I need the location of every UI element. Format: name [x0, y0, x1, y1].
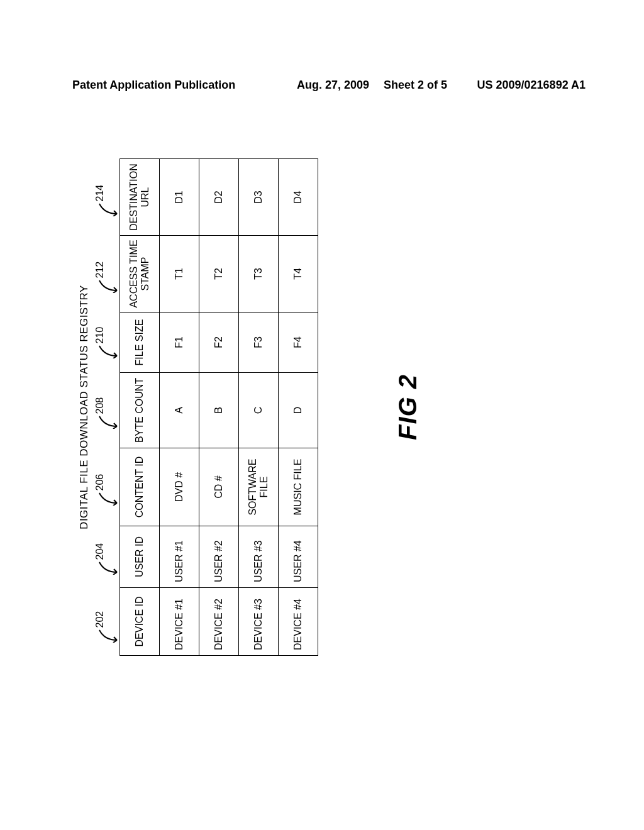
callout-label: 214	[94, 185, 106, 202]
leadline-icon	[94, 629, 118, 643]
callout-202: 202	[94, 629, 118, 643]
col-access-time-stamp: ACCESS TIME STAMP	[120, 236, 160, 313]
cell-content: DVD #	[160, 448, 199, 526]
cell-byte: D	[279, 373, 318, 448]
col-file-size: FILE SIZE	[120, 313, 160, 373]
col-byte-count: BYTE COUNT	[120, 373, 160, 448]
callout-206: 206	[94, 492, 118, 506]
callout-210: 210	[94, 345, 118, 359]
leadline-icon	[94, 416, 118, 429]
leadline-icon	[94, 562, 118, 575]
page: Patent Application Publication Aug. 27, …	[0, 0, 644, 830]
leadline-icon	[94, 280, 118, 294]
callout-label: 202	[94, 611, 106, 628]
cell-size: F2	[199, 313, 239, 373]
cell-device: DEVICE #4	[279, 588, 318, 656]
cell-dest: D3	[239, 159, 279, 236]
registry-table: DEVICE ID USER ID CONTENT ID BYTE COUNT …	[119, 158, 318, 656]
table-row: DEVICE #1 USER #1 DVD # A F1 T1 D1	[160, 159, 199, 656]
col-destination-url: DESTINATION URL	[120, 159, 160, 236]
callout-208: 208	[94, 416, 118, 429]
figure: DIGITAL FILE DOWNLOAD STATUS REGISTRY 20…	[78, 157, 422, 657]
cell-byte: C	[239, 373, 279, 448]
cell-device: DEVICE #2	[199, 588, 239, 656]
leadline-icon	[94, 345, 118, 359]
cell-size: F3	[239, 313, 279, 373]
callout-label: 210	[94, 327, 106, 344]
leadline-icon	[94, 203, 118, 217]
header-date: Aug. 27, 2009	[297, 79, 369, 92]
header-sheet: Sheet 2 of 5	[384, 79, 447, 92]
cell-user: USER #2	[199, 526, 239, 588]
callout-212: 212	[94, 280, 118, 294]
cell-user: USER #1	[160, 526, 199, 588]
callout-label: 204	[94, 543, 106, 560]
cell-content: MUSIC FILE	[279, 448, 318, 526]
header-publication: Patent Application Publication	[72, 79, 235, 92]
cell-size: F1	[160, 313, 199, 373]
cell-user: USER #4	[279, 526, 318, 588]
callout-214: 214	[94, 203, 118, 217]
callout-label: 208	[94, 397, 106, 414]
cell-time: T4	[279, 236, 318, 313]
cell-dest: D4	[279, 159, 318, 236]
cell-time: T3	[239, 236, 279, 313]
figure-container: DIGITAL FILE DOWNLOAD STATUS REGISTRY 20…	[78, 157, 565, 657]
cell-byte: A	[160, 373, 199, 448]
cell-content: SOFTWARE FILE	[239, 448, 279, 526]
callout-label: 206	[94, 474, 106, 491]
cell-size: F4	[279, 313, 318, 373]
table-row: DEVICE #4 USER #4 MUSIC FILE D F4 T4 D4	[279, 159, 318, 656]
callout-204: 204	[94, 562, 118, 575]
table-row: DEVICE #3 USER #3 SOFTWARE FILE C F3 T3 …	[239, 159, 279, 656]
col-content-id: CONTENT ID	[120, 448, 160, 526]
cell-dest: D1	[160, 159, 199, 236]
cell-user: USER #3	[239, 526, 279, 588]
table-row: DEVICE #2 USER #2 CD # B F2 T2 D2	[199, 159, 239, 656]
cell-device: DEVICE #1	[160, 588, 199, 656]
col-user-id: USER ID	[120, 526, 160, 588]
figure-title: DIGITAL FILE DOWNLOAD STATUS REGISTRY	[78, 157, 91, 657]
cell-dest: D2	[199, 159, 239, 236]
header-pubno: US 2009/0216892 A1	[477, 79, 586, 92]
figure-caption: FIG 2	[394, 157, 422, 657]
cell-content: CD #	[199, 448, 239, 526]
cell-device: DEVICE #3	[239, 588, 279, 656]
col-device-id: DEVICE ID	[120, 588, 160, 656]
cell-byte: B	[199, 373, 239, 448]
leadline-icon	[94, 492, 118, 506]
cell-time: T2	[199, 236, 239, 313]
table-header-row: DEVICE ID USER ID CONTENT ID BYTE COUNT …	[120, 159, 160, 656]
callout-label: 212	[94, 262, 106, 279]
cell-time: T1	[160, 236, 199, 313]
column-callouts: 202 204 206	[94, 165, 119, 650]
